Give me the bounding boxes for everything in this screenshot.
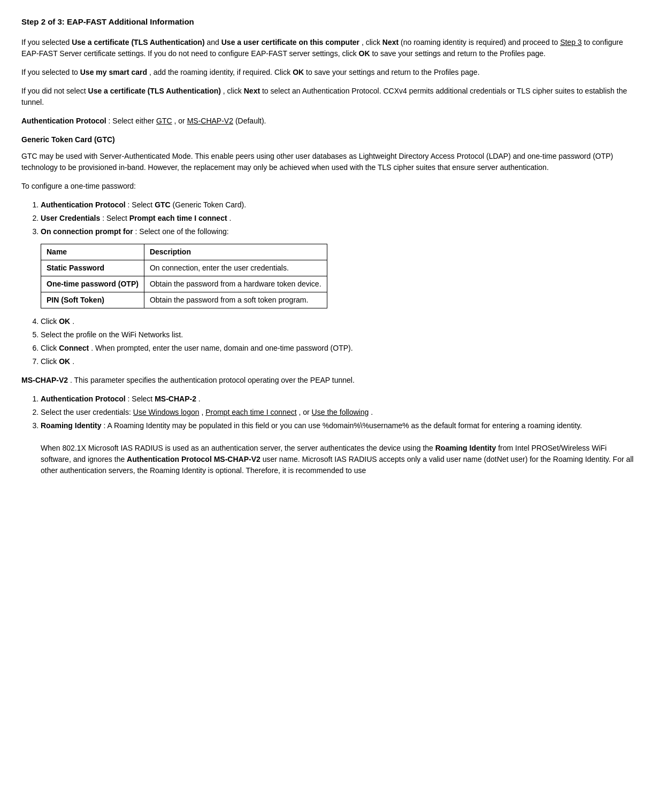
mschapv2-list-item-2: Select the user credentials: Use Windows… bbox=[41, 407, 638, 418]
use-following-link[interactable]: Use the following bbox=[312, 408, 369, 416]
mschapv2-list-item-3: Roaming Identity : A Roaming Identity ma… bbox=[41, 420, 638, 476]
mschapv2-list: Authentication Protocol : Select MS-CHAP… bbox=[41, 393, 638, 476]
table-cell-pin-desc: Obtain the password from a soft token pr… bbox=[144, 292, 327, 308]
gtc-list-item-1: Authentication Protocol : Select GTC (Ge… bbox=[41, 199, 638, 211]
gtc-list-item-5: Select the profile on the WiFi Networks … bbox=[41, 329, 638, 341]
auth-protocol-line: Authentication Protocol : Select either … bbox=[21, 115, 638, 127]
gtc-list-item-3: On connection prompt for : Select one of… bbox=[41, 226, 638, 308]
table-header-name: Name bbox=[41, 244, 144, 260]
prompt-connect-link[interactable]: Prompt each time I connect bbox=[205, 408, 296, 416]
table-row: PIN (Soft Token) Obtain the password fro… bbox=[41, 292, 327, 308]
table-cell-otp-desc: Obtain the password from a hardware toke… bbox=[144, 276, 327, 292]
gtc-link[interactable]: GTC bbox=[156, 117, 172, 125]
paragraph-3: If you did not select Use a certificate … bbox=[21, 86, 638, 108]
table-row: Static Password On connection, enter the… bbox=[41, 260, 327, 276]
gtc-paragraph-1: GTC may be used with Server-Authenticate… bbox=[21, 151, 638, 173]
gtc-list-1: Authentication Protocol : Select GTC (Ge… bbox=[41, 199, 638, 308]
gtc-list-item-4: Click OK . bbox=[41, 316, 638, 327]
table-cell-pin: PIN (Soft Token) bbox=[41, 292, 144, 308]
mschapv2-link[interactable]: MS-CHAP-V2 bbox=[187, 117, 233, 125]
page-content: Step 2 of 3: EAP-FAST Additional Informa… bbox=[21, 16, 638, 476]
gtc-list-item-6: Click Connect . When prompted, enter the… bbox=[41, 343, 638, 354]
gtc-paragraph-2: To configure a one-time password: bbox=[21, 181, 638, 192]
windows-logon-link[interactable]: Use Windows logon bbox=[133, 408, 200, 416]
gtc-heading: Generic Token Card (GTC) bbox=[21, 134, 638, 145]
table-header-description: Description bbox=[144, 244, 327, 260]
gtc-list-item-7: Click OK . bbox=[41, 356, 638, 367]
page-title: Step 2 of 3: EAP-FAST Additional Informa… bbox=[21, 16, 638, 28]
gtc-list-2: Click OK . Select the profile on the WiF… bbox=[41, 316, 638, 367]
table-row: One-time password (OTP) Obtain the passw… bbox=[41, 276, 327, 292]
connection-prompt-table: Name Description Static Password On conn… bbox=[41, 244, 638, 308]
table-cell-static-password-desc: On connection, enter the user credential… bbox=[144, 260, 327, 276]
paragraph-2: If you selected to Use my smart card , a… bbox=[21, 67, 638, 78]
mschapv2-list-item-1: Authentication Protocol : Select MS-CHAP… bbox=[41, 393, 638, 405]
table-cell-otp: One-time password (OTP) bbox=[41, 276, 144, 292]
mschapv2-intro: MS-CHAP-V2 . This parameter specifies th… bbox=[21, 375, 638, 386]
table-cell-static-password: Static Password bbox=[41, 260, 144, 276]
prompt-options-table: Name Description Static Password On conn… bbox=[41, 244, 327, 308]
step3-link[interactable]: Step 3 bbox=[560, 38, 581, 47]
table-header-row: Name Description bbox=[41, 244, 327, 260]
mschapv2-sub-para: When 802.1X Microsoft IAS RADIUS is used… bbox=[41, 444, 633, 475]
gtc-list-item-2: User Credentials : Select Prompt each ti… bbox=[41, 213, 638, 224]
paragraph-1: If you selected Use a certificate (TLS A… bbox=[21, 37, 638, 59]
